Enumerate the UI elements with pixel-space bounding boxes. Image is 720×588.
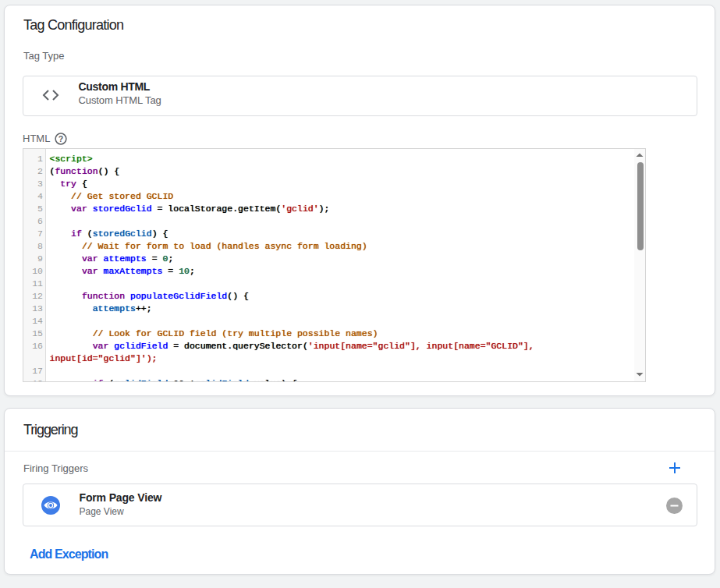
svg-text:?: ? — [59, 134, 63, 143]
